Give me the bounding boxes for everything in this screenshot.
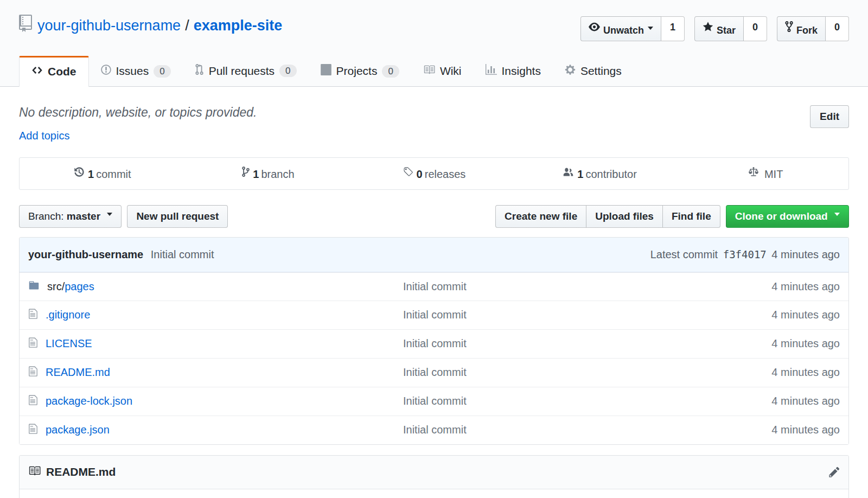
stargazers-count[interactable]: 0 bbox=[744, 16, 767, 41]
tab-wiki[interactable]: Wiki bbox=[411, 56, 474, 86]
commit-author-link[interactable]: your-github-username bbox=[28, 248, 143, 260]
file-icon bbox=[28, 308, 38, 322]
upload-files-button[interactable]: Upload files bbox=[586, 205, 663, 228]
tag-icon bbox=[403, 167, 413, 180]
branch-select-button[interactable]: Branch: master bbox=[19, 205, 122, 228]
tab-projects[interactable]: Projects 0 bbox=[309, 56, 411, 86]
commit-time: 4 minutes ago bbox=[771, 248, 840, 260]
edit-readme-pencil-icon[interactable] bbox=[829, 466, 840, 478]
stat-value: 0 bbox=[417, 168, 423, 180]
file-link[interactable]: pages bbox=[65, 280, 94, 292]
tab-label: Code bbox=[48, 65, 76, 78]
repo-main: No description, website, or topics provi… bbox=[0, 105, 868, 498]
find-file-button[interactable]: Find file bbox=[662, 205, 720, 228]
tab-pull-requests[interactable]: Pull requests 0 bbox=[183, 55, 309, 86]
releases-stat[interactable]: 0releases bbox=[351, 167, 517, 181]
folder-path-prefix[interactable]: src/ bbox=[47, 280, 65, 292]
new-pull-request-button[interactable]: New pull request bbox=[127, 205, 228, 228]
tab-label: Insights bbox=[502, 65, 541, 78]
issue-icon bbox=[101, 64, 111, 78]
watchers-count[interactable]: 1 bbox=[661, 16, 685, 41]
branches-stat[interactable]: 1branch bbox=[186, 166, 352, 181]
stat-label: MIT bbox=[764, 168, 783, 180]
clone-or-download-button[interactable]: Clone or download bbox=[726, 205, 849, 228]
file-actions-group: Create new file Upload files Find file bbox=[495, 205, 720, 228]
stat-label: branch bbox=[261, 168, 294, 180]
star-group: Star 0 bbox=[694, 16, 767, 41]
table-row: package.json Initial commit 4 minutes ag… bbox=[20, 416, 848, 444]
clone-label: Clone or download bbox=[735, 210, 828, 222]
forks-count[interactable]: 0 bbox=[826, 16, 849, 41]
chevron-down-icon bbox=[834, 213, 840, 219]
folder-icon bbox=[28, 280, 40, 293]
stat-label: contributor bbox=[585, 168, 637, 180]
projects-counter: 0 bbox=[382, 65, 399, 78]
repo-title-separator: / bbox=[181, 16, 194, 35]
row-commit-message[interactable]: Initial commit bbox=[403, 337, 723, 350]
github-repo-page: your-github-username / example-site Unwa… bbox=[0, 0, 868, 498]
file-link[interactable]: LICENSE bbox=[46, 337, 92, 350]
fork-button[interactable]: Fork bbox=[777, 16, 826, 41]
page-header: your-github-username / example-site Unwa… bbox=[0, 0, 868, 87]
commit-sha-link[interactable]: f3f4017 bbox=[721, 248, 769, 260]
latest-commit-label: Latest commit bbox=[650, 248, 718, 260]
row-commit-message[interactable]: Initial commit bbox=[403, 366, 723, 379]
repo-title: your-github-username / example-site bbox=[19, 15, 282, 37]
file-link[interactable]: package-lock.json bbox=[46, 395, 132, 407]
repo-name-link[interactable]: example-site bbox=[194, 16, 283, 35]
wiki-book-icon bbox=[423, 64, 435, 78]
fork-group: Fork 0 bbox=[777, 16, 849, 41]
row-commit-message[interactable]: Initial commit bbox=[403, 424, 723, 436]
readme-header: README.md bbox=[20, 456, 848, 489]
tab-code[interactable]: Code bbox=[19, 56, 89, 87]
repo-actions: Unwatch 1 Star 0 F bbox=[580, 16, 849, 41]
repo-icon bbox=[19, 15, 32, 37]
license-stat[interactable]: MIT bbox=[682, 166, 848, 181]
files-table: your-github-username Initial commit Late… bbox=[19, 237, 849, 445]
chevron-down-icon bbox=[648, 27, 653, 33]
branch-name: master bbox=[67, 210, 100, 222]
tab-issues[interactable]: Issues 0 bbox=[89, 56, 183, 86]
row-commit-message[interactable]: Initial commit bbox=[403, 309, 723, 321]
star-icon bbox=[703, 21, 713, 36]
commit-message-link[interactable]: Initial commit bbox=[151, 248, 214, 260]
row-commit-age: 4 minutes ago bbox=[723, 337, 840, 350]
watch-group: Unwatch 1 bbox=[580, 16, 685, 41]
history-icon bbox=[74, 167, 85, 180]
readme-content bbox=[20, 489, 848, 498]
create-new-file-button[interactable]: Create new file bbox=[495, 205, 586, 228]
file-link[interactable]: package.json bbox=[46, 424, 110, 436]
repo-owner-link[interactable]: your-github-username bbox=[37, 16, 181, 35]
tab-settings[interactable]: Settings bbox=[553, 56, 634, 86]
tab-insights[interactable]: Insights bbox=[474, 56, 553, 86]
commits-stat[interactable]: 1commit bbox=[20, 167, 186, 181]
stat-value: 1 bbox=[577, 168, 583, 180]
tab-label: Wiki bbox=[440, 65, 462, 78]
repo-stats-bar: 1commit 1branch 0releases 1contributor bbox=[19, 157, 849, 190]
add-topics-link[interactable]: Add topics bbox=[19, 130, 69, 142]
file-icon bbox=[28, 423, 38, 437]
chevron-down-icon bbox=[107, 213, 112, 219]
file-link[interactable]: README.md bbox=[46, 366, 110, 379]
graph-icon bbox=[486, 64, 497, 78]
gear-icon bbox=[565, 64, 576, 78]
pull-requests-counter: 0 bbox=[279, 65, 296, 77]
row-commit-age: 4 minutes ago bbox=[723, 280, 840, 293]
table-row: README.md Initial commit 4 minutes ago bbox=[20, 358, 848, 387]
tab-label: Projects bbox=[336, 65, 378, 78]
edit-button[interactable]: Edit bbox=[810, 105, 849, 128]
file-link[interactable]: .gitignore bbox=[46, 309, 90, 321]
star-button[interactable]: Star bbox=[694, 16, 744, 41]
table-row: src/pages Initial commit 4 minutes ago bbox=[20, 272, 848, 301]
stat-label: commit bbox=[96, 168, 131, 180]
contributors-stat[interactable]: 1contributor bbox=[517, 167, 683, 181]
pull-request-icon bbox=[195, 63, 204, 78]
row-commit-message[interactable]: Initial commit bbox=[403, 280, 723, 293]
code-icon bbox=[31, 65, 43, 79]
table-row: package-lock.json Initial commit 4 minut… bbox=[20, 387, 848, 416]
latest-commit-bar: your-github-username Initial commit Late… bbox=[20, 238, 848, 272]
unwatch-button[interactable]: Unwatch bbox=[580, 16, 661, 41]
row-commit-age: 4 minutes ago bbox=[723, 424, 840, 436]
table-row: .gitignore Initial commit 4 minutes ago bbox=[20, 301, 848, 329]
row-commit-message[interactable]: Initial commit bbox=[403, 395, 723, 407]
